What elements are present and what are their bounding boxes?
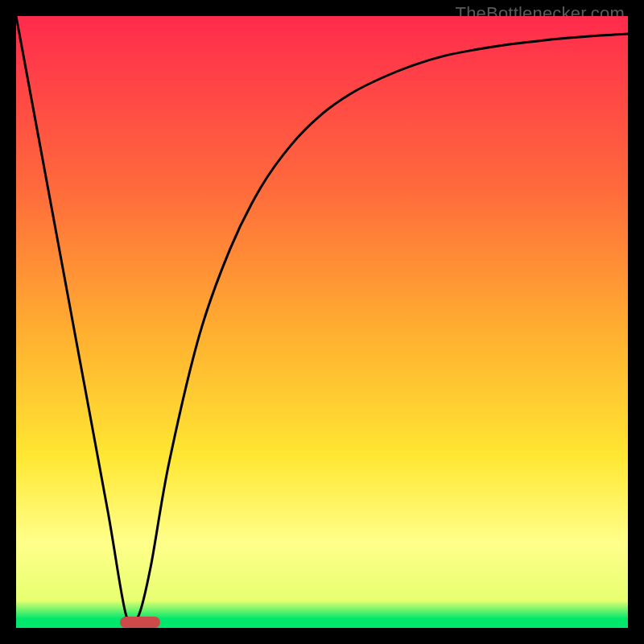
- optimal-range-marker: [120, 617, 159, 628]
- curve-layer: [16, 16, 628, 628]
- bottleneck-chart: TheBottlenecker.com: [0, 0, 644, 644]
- plot-area: [16, 16, 628, 628]
- bottleneck-curve-path: [16, 16, 628, 625]
